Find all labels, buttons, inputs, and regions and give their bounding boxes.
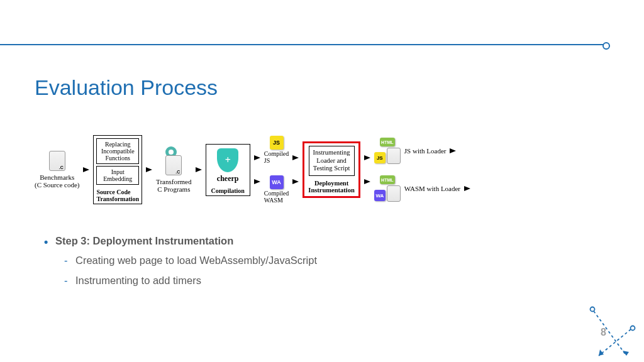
arrow-icon	[450, 148, 456, 153]
sct-caption: Source Code Transformation	[96, 187, 139, 202]
sub-bullet-1: Creating web page to load WebAssembly/Ja…	[44, 251, 317, 270]
process-diagram: .C Benchmarks (C Source code) Replacing …	[35, 132, 582, 207]
deploy-subbox: Instrumenting Loader and Testing Script	[309, 146, 355, 176]
stage-compilation: + cheerp Compilation	[206, 144, 250, 196]
js-with-loader: HTML JS JS with Loader	[374, 138, 470, 164]
step-heading: Step 3: Deployment Instrumentation	[44, 231, 317, 251]
wasm-with-loader: HTML WA WASM with Loader	[374, 175, 470, 202]
stage-source-transform: Replacing Incompatible Functions Input E…	[93, 135, 142, 204]
svg-point-1	[631, 326, 635, 331]
compiled-outputs: JS Compiled JS WA Compiled WASM	[264, 136, 289, 204]
cheerp-icon: +	[217, 148, 238, 172]
arrow-icon	[254, 179, 260, 184]
compiled-wasm: WA Compiled WASM	[264, 175, 289, 204]
box-input-embed: Input Embedding	[96, 166, 139, 185]
cheerp-label: cheerp	[217, 174, 239, 184]
js-loader-label: JS with Loader	[404, 147, 447, 155]
arrow-icon	[464, 186, 470, 191]
arrow-icon	[196, 167, 202, 172]
arrow-icon	[364, 155, 370, 160]
stage-transformed: .C Transformed C Programs	[156, 146, 191, 193]
benchmarks-label: Benchmarks	[40, 173, 74, 181]
transformed-label: Transformed C Programs	[156, 178, 191, 193]
stage-deployment-highlighted: Instrumenting Loader and Testing Script …	[303, 141, 360, 198]
c-file-icon: .C	[165, 155, 182, 175]
top-rule	[0, 44, 604, 45]
svg-point-0	[591, 307, 595, 312]
stage-benchmarks: .C Benchmarks (C Source code)	[35, 151, 79, 189]
wa-badge-icon: WA	[270, 175, 284, 189]
slide-title: Evaluation Process	[35, 75, 218, 100]
compile-caption: Compilation	[211, 186, 245, 194]
box-replace-fns: Replacing Incompatible Functions	[96, 138, 139, 164]
arrow-icon	[254, 155, 260, 160]
arrow-icon	[364, 179, 370, 184]
page-number: 8	[601, 327, 606, 338]
js-badge-icon: JS	[270, 136, 284, 150]
html-badge-icon: HTML	[380, 138, 394, 146]
html-file-icon	[387, 185, 401, 202]
c-file-icon: .C	[49, 151, 65, 171]
deploy-caption: Deployment Instrumentation	[308, 180, 355, 194]
bullet-list: Step 3: Deployment Instrumentation Creat…	[44, 231, 317, 290]
svg-marker-5	[599, 349, 604, 356]
compiled-wasm-label: Compiled WASM	[264, 190, 289, 204]
loader-outputs: HTML JS JS with Loader HTML WA WASM with…	[374, 138, 470, 202]
wasm-loader-label: WASM with Loader	[404, 185, 460, 192]
arrow-icon	[146, 167, 152, 172]
sub-bullet-2: Instrumenting to add timers	[44, 271, 317, 290]
html-file-icon	[387, 148, 401, 164]
svg-line-2	[594, 311, 626, 356]
js-badge-icon: JS	[374, 152, 386, 163]
benchmarks-sub: (C Source code)	[35, 181, 79, 189]
arrow-icon	[83, 167, 89, 172]
html-badge-icon: HTML	[380, 175, 394, 184]
arrow-icon	[292, 179, 299, 184]
wa-badge-icon: WA	[374, 190, 386, 201]
svg-marker-4	[623, 351, 629, 356]
compiled-js-label: Compiled JS	[264, 150, 289, 164]
arrow-icon	[292, 155, 299, 160]
corner-decoration	[582, 300, 639, 357]
compiled-js: JS Compiled JS	[264, 136, 289, 164]
